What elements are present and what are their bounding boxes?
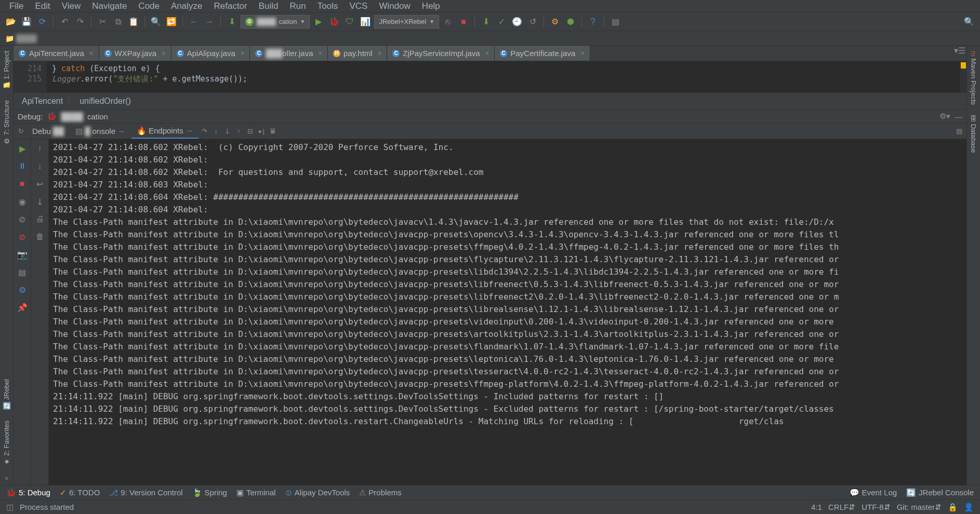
- layout-2-icon[interactable]: ▤: [16, 266, 29, 278]
- menu-run[interactable]: Run: [285, 0, 311, 12]
- lock-icon[interactable]: 🔒: [948, 503, 958, 512]
- run-to-cursor-icon[interactable]: ▸|: [257, 126, 267, 137]
- stop-icon[interactable]: ■: [16, 178, 29, 190]
- no-icon[interactable]: ⊘: [16, 231, 29, 243]
- menu-window[interactable]: Window: [374, 0, 415, 12]
- structure-tool-tab[interactable]: ⚙ 7: Structure: [1, 95, 12, 150]
- todo-bottom-tab[interactable]: ✓6: TODO: [60, 488, 100, 497]
- file-encoding[interactable]: UTF-8⇵: [862, 503, 891, 512]
- step-out-icon[interactable]: ↑: [234, 126, 244, 137]
- drop-frame-icon[interactable]: ⊟: [245, 126, 256, 137]
- mute-breakpoints-icon[interactable]: ⊘: [16, 213, 29, 225]
- code-content[interactable]: } catch (Exception e) { Logger.error("支付…: [47, 61, 966, 92]
- close-icon[interactable]: ×: [378, 49, 382, 57]
- database-tool-tab[interactable]: 🗄 Database: [968, 110, 979, 158]
- console-output[interactable]: 2021-04-27 21:14:08.602 XRebel: (c) Copy…: [49, 139, 966, 485]
- line-separator[interactable]: CRLF⇵: [828, 503, 855, 512]
- step-over-icon[interactable]: ↷: [200, 126, 210, 137]
- editor-tab[interactable]: CZjPayServiceImpl.java×: [387, 46, 495, 61]
- menu-tools[interactable]: Tools: [312, 0, 343, 12]
- editor-tab[interactable]: CPayCertificate.java×: [495, 46, 590, 61]
- copy-icon[interactable]: ⧉: [111, 15, 125, 29]
- resume-icon[interactable]: ▶: [16, 142, 29, 155]
- presentation-icon[interactable]: ▤: [608, 15, 622, 29]
- debug-bottom-tab[interactable]: 🐞5: Debug: [6, 488, 50, 497]
- scroll-end-icon[interactable]: ⤓: [34, 195, 46, 208]
- editor-tab[interactable]: CWXPay.java×: [99, 46, 171, 61]
- editor-tab[interactable]: CApiAlipay.java×: [171, 46, 250, 61]
- vcs-history-icon[interactable]: 🕘: [510, 15, 524, 29]
- menu-view[interactable]: View: [57, 0, 86, 12]
- build-icon[interactable]: ⬇: [225, 15, 239, 29]
- jrebel-dropdown[interactable]: JRebel+XRebel ▼: [374, 15, 439, 29]
- paste-icon[interactable]: 📋: [127, 15, 140, 29]
- sdk-icon[interactable]: ⬢: [564, 15, 577, 29]
- back-icon[interactable]: ←: [187, 15, 201, 29]
- breadcrumb-class[interactable]: ApiTencent: [22, 97, 63, 106]
- attach-icon[interactable]: ⎋: [441, 15, 455, 29]
- close-icon[interactable]: ×: [89, 49, 94, 57]
- menu-refactor[interactable]: Refactor: [208, 0, 252, 12]
- debug-icon[interactable]: 🐞: [327, 15, 341, 29]
- menu-vcs[interactable]: VCS: [344, 0, 373, 12]
- debug-hide-icon[interactable]: —: [955, 112, 962, 121]
- cursor-position[interactable]: 4:1: [811, 503, 822, 511]
- close-icon[interactable]: ×: [580, 49, 585, 57]
- favorites-tool-tab[interactable]: ★ 2: Favorites: [1, 415, 12, 471]
- jrebel-console-tab[interactable]: 🔄JRebel Console: [906, 488, 974, 497]
- vcs-revert-icon[interactable]: ↺: [526, 15, 539, 29]
- clear-icon[interactable]: 🗑: [34, 231, 46, 243]
- vcs-bottom-tab[interactable]: ⎇9: Version Control: [109, 488, 182, 497]
- problems-bottom-tab[interactable]: ⚠Problems: [359, 488, 401, 497]
- breadcrumb-method[interactable]: unifiedOrder(): [80, 97, 131, 106]
- up-icon[interactable]: ↑: [34, 142, 46, 155]
- menu-analyze[interactable]: Analyze: [166, 0, 207, 12]
- menu-edit[interactable]: Edit: [30, 0, 55, 12]
- soft-wrap-icon[interactable]: ↩: [34, 178, 46, 190]
- alipay-bottom-tab[interactable]: ⊙Alipay DevTools: [285, 488, 350, 497]
- close-icon[interactable]: ×: [485, 49, 489, 57]
- coverage-icon[interactable]: 🛡: [343, 15, 356, 29]
- project-tool-tab[interactable]: 📁 1: Project: [1, 46, 12, 95]
- jrebel-tool-tab[interactable]: 🔄 JRebel: [1, 374, 12, 415]
- menu-help[interactable]: Help: [417, 0, 445, 12]
- sync-icon[interactable]: ⟳: [35, 15, 49, 29]
- view-breakpoints-icon[interactable]: ◉: [16, 195, 29, 208]
- settings-2-icon[interactable]: ⚙: [16, 283, 29, 296]
- eventlog-bottom-tab[interactable]: 💬Event Log: [850, 488, 897, 497]
- print-icon[interactable]: 🖨: [34, 213, 46, 225]
- down-icon[interactable]: ↓: [34, 160, 46, 172]
- vcs-update-icon[interactable]: ⬇: [479, 15, 493, 29]
- menu-code[interactable]: Code: [133, 0, 165, 12]
- window-icon[interactable]: ◫: [6, 503, 14, 512]
- maven-tool-tab[interactable]: m Maven Projects: [968, 46, 979, 110]
- spring-bottom-tab[interactable]: 🍃Spring: [192, 488, 227, 497]
- editor-tab[interactable]: CApiTencent.java×: [14, 46, 99, 61]
- editor-tab[interactable]: Hpay.html×: [328, 46, 387, 61]
- profile-icon[interactable]: 📊: [359, 15, 372, 29]
- pause-icon[interactable]: ⏸: [16, 160, 29, 172]
- error-stripe[interactable]: [960, 61, 966, 92]
- menu-file[interactable]: File: [4, 0, 29, 12]
- endpoints-tab[interactable]: 🔥Endpoints→: [131, 124, 198, 139]
- more-tools-icon[interactable]: »: [5, 471, 8, 485]
- undo-icon[interactable]: ↶: [58, 15, 71, 29]
- search-everywhere-icon[interactable]: 🔍: [962, 15, 976, 29]
- close-icon[interactable]: ×: [162, 49, 166, 57]
- replace-icon[interactable]: 🔁: [165, 15, 178, 29]
- cut-icon[interactable]: ✂: [96, 15, 109, 29]
- menu-navigate[interactable]: Navigate: [87, 0, 132, 12]
- menu-build[interactable]: Build: [254, 0, 284, 12]
- forward-icon[interactable]: →: [203, 15, 216, 29]
- open-icon[interactable]: 📂: [4, 15, 18, 29]
- redo-icon[interactable]: ↷: [73, 15, 87, 29]
- editor-area[interactable]: 214 215 } catch (Exception e) { Logger.e…: [14, 61, 966, 92]
- pin-icon[interactable]: 📌: [16, 301, 29, 314]
- camera-icon[interactable]: 📷: [16, 248, 29, 261]
- evaluate-icon[interactable]: 🖩: [268, 126, 279, 137]
- git-branch[interactable]: Git: master⇵: [897, 503, 942, 512]
- step-into-icon[interactable]: ↓: [211, 126, 221, 137]
- run-icon[interactable]: ▶: [312, 15, 325, 29]
- debugger-tab[interactable]: Debu██: [27, 125, 69, 138]
- debug-settings-icon[interactable]: ⚙▾: [939, 112, 950, 121]
